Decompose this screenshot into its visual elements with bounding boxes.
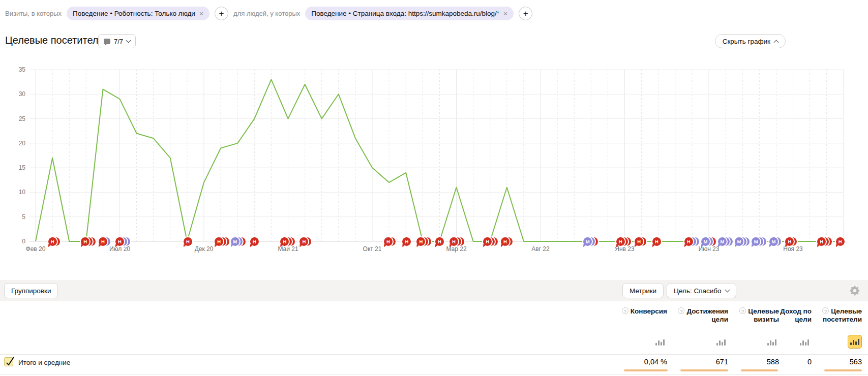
column-header-goal-visits[interactable]: ?Целевые визиты — [728, 307, 779, 324]
close-icon[interactable]: × — [199, 10, 203, 17]
comment-marker[interactable]: Н — [635, 237, 643, 246]
filter-chip-robotness-label: Поведение • Роботность: Только люди — [73, 10, 195, 17]
comment-marker[interactable]: М — [752, 237, 760, 246]
comment-bubble-icon: Н — [450, 237, 458, 246]
sparkline-link-goal-completions[interactable] — [680, 369, 728, 371]
comment-marker[interactable]: Н — [435, 237, 444, 246]
comment-marker[interactable]: Н — [652, 237, 661, 246]
filter-chip-landing-page[interactable]: Поведение • Страница входа: https://sumk… — [305, 7, 514, 20]
comment-marker[interactable]: Н — [616, 237, 625, 246]
comment-marker[interactable]: Н — [402, 237, 411, 246]
comments-dropdown-button[interactable]: 7/7 — [98, 34, 136, 48]
chevron-down-icon — [126, 38, 131, 43]
comment-marker[interactable]: Н — [184, 237, 192, 246]
comment-bubble-icon: Н — [435, 237, 444, 246]
gear-icon[interactable] — [849, 285, 860, 296]
column-header-goal-completions[interactable]: ?Достижения цели — [667, 307, 728, 324]
comment-bubble-icon: Н — [483, 237, 492, 246]
hide-chart-button[interactable]: Скрыть график — [715, 34, 786, 48]
metric-bars-icon-goal-completions[interactable] — [714, 335, 728, 349]
filter-bar: Визиты, в которых Поведение • Роботность… — [5, 7, 532, 20]
comment-marker[interactable]: М — [701, 237, 710, 246]
close-icon[interactable]: × — [503, 10, 507, 17]
value-goal-visitors: 563 — [806, 358, 862, 366]
chart-canvas: 05101520253035Фев 20Июл 20Дек 20Май 21Ок… — [0, 56, 868, 259]
comment-marker[interactable]: М — [231, 237, 240, 246]
table-toolbar-band — [0, 280, 868, 301]
comment-marker[interactable]: М — [769, 237, 778, 246]
comment-bubble-icon: Н — [402, 237, 411, 246]
metric-bars-icon-goal-visitors-selected[interactable] — [848, 335, 862, 349]
comment-marker[interactable]: Н — [250, 237, 259, 246]
sparkline-link-goal-visitors[interactable] — [824, 369, 862, 371]
wildcard-star: * — [497, 10, 499, 17]
comment-marker[interactable]: Н — [99, 237, 107, 246]
comment-marker[interactable]: Н — [215, 237, 223, 246]
comment-bubble-icon: Н — [115, 237, 124, 246]
comment-marker[interactable]: Н — [384, 237, 393, 246]
people-filter-label: для людей, у которых — [233, 10, 300, 17]
comment-marker[interactable]: Н — [836, 237, 845, 246]
comment-bubble-icon — [104, 39, 110, 44]
svg-text:Ноя 23: Ноя 23 — [783, 245, 803, 253]
value-goal-visits: 588 — [728, 358, 779, 366]
add-people-filter-button[interactable]: + — [519, 7, 532, 20]
svg-text:25: 25 — [19, 115, 26, 122]
help-icon[interactable]: ? — [678, 307, 684, 314]
comment-marker[interactable]: Н — [115, 237, 124, 246]
comment-bubble-icon: М — [718, 237, 727, 246]
comment-bubble-icon: М — [752, 237, 760, 246]
help-icon[interactable]: ? — [622, 307, 628, 314]
comment-marker[interactable]: М — [583, 237, 592, 246]
svg-text:0: 0 — [22, 238, 25, 245]
comment-marker[interactable]: Н — [280, 237, 289, 246]
row-divider — [0, 374, 868, 374]
column-header-conversion[interactable]: ?Конверсия — [611, 307, 667, 316]
comment-bubble-icon: М — [769, 237, 778, 246]
plus-icon: + — [219, 9, 224, 19]
comment-bubble-icon: Н — [81, 237, 89, 246]
add-visits-filter-button[interactable]: + — [215, 7, 228, 20]
comment-marker[interactable]: Н — [81, 237, 89, 246]
comment-bubble-icon: Н — [215, 237, 223, 246]
metrics-button[interactable]: Метрики — [622, 283, 664, 298]
visitors-line-chart[interactable]: 05101520253035Фев 20Июл 20Дек 20Май 21Ок… — [0, 56, 868, 259]
comment-marker[interactable]: Н — [483, 237, 492, 246]
comment-marker[interactable]: Н — [684, 237, 693, 246]
metric-bars-icon-conversion[interactable] — [653, 335, 667, 349]
comment-marker[interactable]: Н — [817, 237, 826, 246]
chevron-down-icon — [725, 288, 730, 293]
comment-bubble-icon: Н — [652, 237, 661, 246]
comment-bubble-icon: Н — [817, 237, 826, 246]
comment-marker[interactable]: М — [718, 237, 727, 246]
comment-bubble-icon: Н — [684, 237, 693, 246]
goal-select-dropdown[interactable]: Цель: Спасибо — [667, 283, 736, 298]
filter-chip-robotness[interactable]: Поведение • Роботность: Только люди × — [67, 7, 209, 20]
comment-marker[interactable]: Н — [416, 237, 425, 246]
comment-marker[interactable]: Н — [501, 237, 510, 246]
totals-row-checkbox[interactable] — [4, 357, 13, 366]
sparkline-link-conversion[interactable] — [624, 369, 668, 371]
column-header-goal-visitors[interactable]: ?Целевые посетители — [806, 307, 862, 324]
comment-marker[interactable]: Н — [48, 237, 57, 246]
svg-text:10: 10 — [19, 189, 26, 196]
page-title: Целевые посетители — [5, 35, 104, 46]
metric-bars-icon-goal-revenue[interactable] — [797, 335, 812, 349]
svg-text:Мар 22: Мар 22 — [446, 245, 466, 253]
value-conversion: 0,04 % — [611, 358, 667, 366]
comment-bubble-icon: Н — [384, 237, 393, 246]
metric-bars-icon-goal-visits[interactable] — [765, 335, 779, 349]
sparkline-link-goal-visits[interactable] — [741, 369, 778, 371]
groupings-button[interactable]: Группировки — [4, 283, 58, 298]
help-icon[interactable]: ? — [739, 307, 746, 314]
comment-marker[interactable]: М — [735, 237, 743, 246]
comment-bubble-icon: Н — [48, 237, 57, 246]
comment-marker[interactable]: Н — [300, 237, 308, 246]
help-icon[interactable]: ? — [822, 307, 829, 314]
filter-chip-landing-page-label: Поведение • Страница входа: https://sumk… — [311, 10, 499, 17]
svg-text:Июл 20: Июл 20 — [109, 245, 130, 253]
comment-marker[interactable]: Н — [450, 237, 458, 246]
comment-marker[interactable]: Н — [785, 237, 794, 246]
svg-text:30: 30 — [19, 90, 26, 98]
checkmark-icon — [5, 358, 14, 367]
